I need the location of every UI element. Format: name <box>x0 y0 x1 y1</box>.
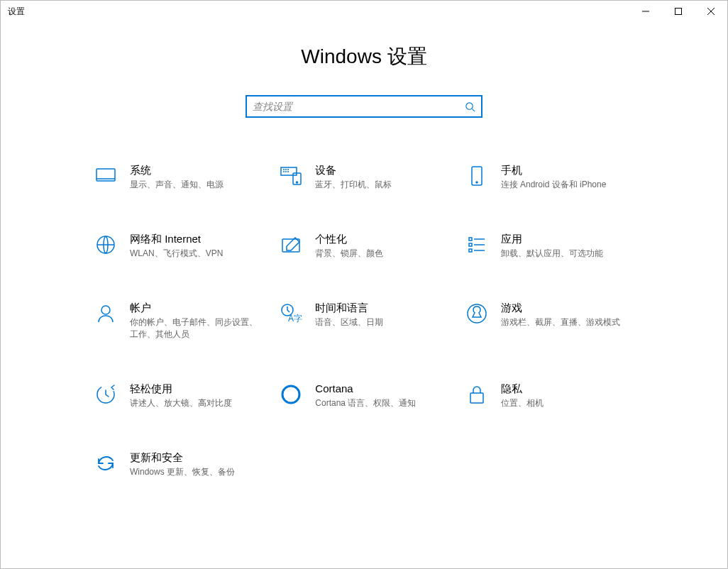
phone-icon <box>464 163 490 189</box>
cortana-icon <box>278 382 304 407</box>
tile-title: 个性化 <box>315 232 449 246</box>
tile-phone[interactable]: 手机 连接 Android 设备和 iPhone <box>464 163 635 191</box>
tile-privacy[interactable]: 隐私 位置、相机 <box>464 382 635 409</box>
svg-text:A字: A字 <box>288 314 302 324</box>
tile-title: 游戏 <box>501 301 635 315</box>
tile-desc: 语音、区域、日期 <box>315 316 449 328</box>
tile-apps[interactable]: 应用 卸载、默认应用、可选功能 <box>464 232 635 260</box>
tile-desc: 显示、声音、通知、电源 <box>130 179 264 191</box>
tile-title: 更新和安全 <box>130 451 264 465</box>
search-input[interactable] <box>253 101 465 112</box>
tile-system[interactable]: 系统 显示、声音、通知、电源 <box>93 163 264 191</box>
search-box[interactable] <box>246 95 482 118</box>
tile-desc: 你的帐户、电子邮件、同步设置、工作、其他人员 <box>130 316 264 341</box>
svg-point-18 <box>282 386 299 403</box>
tile-title: 时间和语言 <box>315 301 449 315</box>
personalize-icon <box>278 232 304 258</box>
accounts-icon <box>93 301 118 326</box>
privacy-icon <box>464 382 490 407</box>
window-title: 设置 <box>1 6 25 18</box>
tile-desc: WLAN、飞行模式、VPN <box>130 248 264 260</box>
tile-devices[interactable]: 设备 蓝牙、打印机、鼠标 <box>278 163 449 191</box>
minimize-button[interactable] <box>629 1 662 22</box>
svg-point-5 <box>297 182 298 183</box>
tile-personalize[interactable]: 个性化 背景、锁屏、颜色 <box>278 232 449 260</box>
svg-rect-11 <box>469 243 472 246</box>
tile-desc: 背景、锁屏、颜色 <box>315 248 449 260</box>
devices-icon <box>278 163 304 189</box>
ease-of-access-icon <box>93 382 118 407</box>
tile-accounts[interactable]: 帐户 你的帐户、电子邮件、同步设置、工作、其他人员 <box>93 301 264 341</box>
system-icon <box>93 163 118 189</box>
tile-desc: 讲述人、放大镜、高对比度 <box>130 397 264 409</box>
time-language-icon: A字 <box>278 301 304 326</box>
tile-network[interactable]: 网络和 Internet WLAN、飞行模式、VPN <box>93 232 264 260</box>
update-icon <box>93 451 118 476</box>
page-title: Windows 设置 <box>1 43 727 70</box>
tile-gaming[interactable]: 游戏 游戏栏、截屏、直播、游戏模式 <box>464 301 635 341</box>
tile-cortana[interactable]: Cortana Cortana 语言、权限、通知 <box>278 382 449 409</box>
tile-desc: 卸载、默认应用、可选功能 <box>501 248 635 260</box>
tile-update[interactable]: 更新和安全 Windows 更新、恢复、备份 <box>93 451 264 478</box>
svg-rect-0 <box>675 9 682 15</box>
svg-rect-10 <box>469 238 472 241</box>
tile-desc: 连接 Android 设备和 iPhone <box>501 179 635 191</box>
tile-desc: 位置、相机 <box>501 397 635 409</box>
apps-icon <box>464 232 490 258</box>
close-button[interactable] <box>695 1 727 22</box>
svg-point-7 <box>476 182 478 183</box>
tile-title: 应用 <box>501 232 635 246</box>
tile-title: 网络和 Internet <box>130 232 264 246</box>
tile-desc: 蓝牙、打印机、鼠标 <box>315 179 449 191</box>
svg-rect-19 <box>470 393 483 403</box>
network-icon <box>93 232 118 258</box>
tile-title: 帐户 <box>130 301 264 315</box>
maximize-button[interactable] <box>662 1 695 22</box>
window-controls <box>629 1 727 22</box>
svg-point-1 <box>466 102 473 109</box>
title-bar: 设置 <box>1 1 727 22</box>
tile-title: 隐私 <box>501 382 635 396</box>
tile-desc: 游戏栏、截屏、直播、游戏模式 <box>501 316 635 328</box>
settings-grid: 系统 显示、声音、通知、电源 设备 蓝牙、打印机、鼠标 手机 连接 Androi… <box>1 163 727 478</box>
tile-desc: Cortana 语言、权限、通知 <box>315 397 449 409</box>
gaming-icon <box>464 301 490 326</box>
tile-desc: Windows 更新、恢复、备份 <box>130 466 264 478</box>
tile-title: 设备 <box>315 163 449 177</box>
svg-rect-12 <box>469 249 472 252</box>
tile-ease[interactable]: 轻松使用 讲述人、放大镜、高对比度 <box>93 382 264 409</box>
tile-title: 手机 <box>501 163 635 177</box>
tile-time[interactable]: A字 时间和语言 语音、区域、日期 <box>278 301 449 341</box>
svg-point-16 <box>468 304 486 323</box>
svg-point-13 <box>101 306 110 314</box>
tile-title: 轻松使用 <box>130 382 264 396</box>
search-icon <box>465 101 475 112</box>
tile-title: Cortana <box>315 382 449 396</box>
tile-title: 系统 <box>130 163 264 177</box>
